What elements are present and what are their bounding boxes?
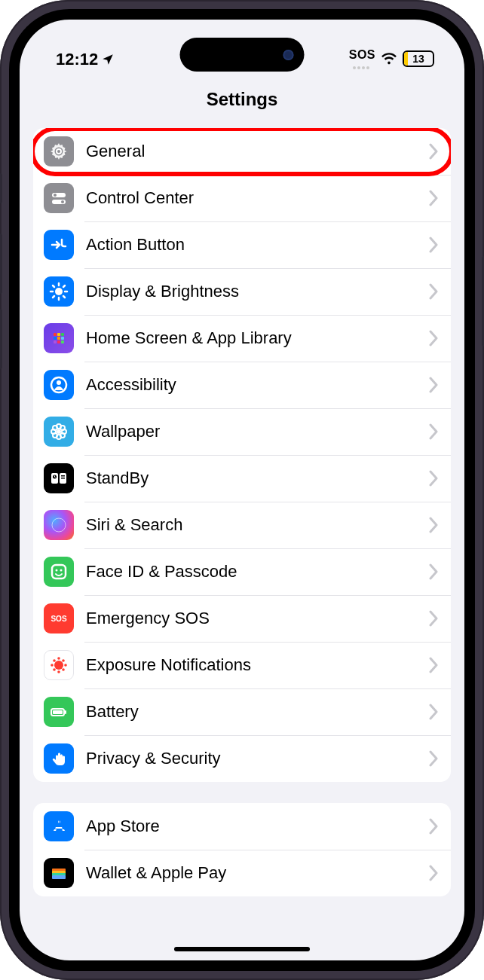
settings-row-exposure[interactable]: Exposure Notifications <box>33 642 451 688</box>
row-label: Emergency SOS <box>86 609 428 628</box>
row-label: App Store <box>86 817 428 836</box>
chevron-right-icon <box>428 190 439 206</box>
settings-row-action-button[interactable]: Action Button <box>33 221 451 268</box>
row-label: Privacy & Security <box>86 749 428 768</box>
screen: 12:12 SOS 13 Settings GeneralControl <box>20 20 464 960</box>
chevron-right-icon <box>428 563 439 580</box>
row-label: Action Button <box>86 235 428 255</box>
chevron-right-icon <box>428 470 439 487</box>
settings-row-display[interactable]: Display & Brightness <box>33 268 451 315</box>
front-camera <box>283 50 294 60</box>
settings-row-control-center[interactable]: Control Center <box>33 175 451 221</box>
cellular-dots-icon <box>353 66 369 69</box>
sos-icon <box>44 603 74 633</box>
settings-row-faceid[interactable]: Face ID & Passcode <box>33 548 451 595</box>
device-frame: 12:12 SOS 13 Settings GeneralControl <box>0 0 484 980</box>
row-label: Battery <box>86 702 428 722</box>
chevron-right-icon <box>428 610 439 627</box>
battery-indicator: 13 <box>403 50 434 67</box>
volume-down-button <box>0 309 2 369</box>
settings-row-wallpaper[interactable]: Wallpaper <box>33 408 451 455</box>
settings-row-standby[interactable]: StandBy <box>33 455 451 502</box>
page-title: Settings <box>20 72 464 122</box>
status-time: 12:12 <box>56 50 98 69</box>
row-label: General <box>86 142 428 161</box>
dynamic-island <box>180 38 305 72</box>
chevron-right-icon <box>428 657 439 673</box>
gear-icon <box>44 136 74 166</box>
chevron-right-icon <box>428 377 439 393</box>
volume-up-button <box>0 234 2 294</box>
settings-row-homescreen[interactable]: Home Screen & App Library <box>33 315 451 362</box>
bezel: 12:12 SOS 13 Settings GeneralControl <box>9 9 475 971</box>
settings-row-general[interactable]: General <box>33 128 451 175</box>
chevron-right-icon <box>428 330 439 347</box>
settings-row-appstore[interactable]: App Store <box>33 803 451 850</box>
settings-list[interactable]: GeneralControl CenterAction ButtonDispla… <box>20 122 464 942</box>
home-indicator[interactable] <box>174 947 310 951</box>
chevron-right-icon <box>428 423 439 440</box>
chevron-right-icon <box>428 704 439 720</box>
settings-row-battery[interactable]: Battery <box>33 688 451 735</box>
settings-row-accessibility[interactable]: Accessibility <box>33 362 451 408</box>
row-label: Control Center <box>86 188 428 208</box>
row-label: Siri & Search <box>86 515 428 535</box>
status-right: SOS 13 <box>349 48 434 69</box>
virus-icon <box>44 650 74 680</box>
settings-row-wallet[interactable]: Wallet & Apple Pay <box>33 850 451 896</box>
siri-icon <box>44 510 74 540</box>
row-label: StandBy <box>86 469 428 488</box>
hand-icon <box>44 743 74 774</box>
settings-row-privacy[interactable]: Privacy & Security <box>33 735 451 782</box>
wifi-icon <box>381 52 397 66</box>
chevron-right-icon <box>428 143 439 160</box>
wallet-icon <box>44 858 74 888</box>
row-label: Display & Brightness <box>86 282 428 301</box>
person-circle-icon <box>44 370 74 400</box>
battery-icon <box>44 697 74 727</box>
row-label: Wallpaper <box>86 422 428 441</box>
chevron-right-icon <box>428 818 439 835</box>
settings-group: GeneralControl CenterAction ButtonDispla… <box>33 128 451 782</box>
chevron-right-icon <box>428 865 439 881</box>
action-icon <box>44 230 74 260</box>
location-icon <box>101 53 115 66</box>
chevron-right-icon <box>428 283 439 300</box>
chevron-right-icon <box>428 237 439 253</box>
battery-fill <box>404 52 408 66</box>
appstore-icon <box>44 811 74 841</box>
face-icon <box>44 557 74 587</box>
status-sos: SOS <box>349 48 375 62</box>
clock-card-icon <box>44 463 74 493</box>
status-left: 12:12 <box>56 50 115 69</box>
grid-icon <box>44 323 74 353</box>
row-label: Home Screen & App Library <box>86 328 428 348</box>
chevron-right-icon <box>428 750 439 767</box>
flower-icon <box>44 417 74 447</box>
row-label: Face ID & Passcode <box>86 562 428 582</box>
row-label: Accessibility <box>86 375 428 395</box>
row-label: Exposure Notifications <box>86 655 428 675</box>
settings-group: App StoreWallet & Apple Pay <box>33 803 451 896</box>
battery-percent: 13 <box>412 53 424 65</box>
sun-icon <box>44 276 74 307</box>
settings-row-siri[interactable]: Siri & Search <box>33 502 451 548</box>
chevron-right-icon <box>428 517 439 533</box>
switches-icon <box>44 183 74 213</box>
row-label: Wallet & Apple Pay <box>86 863 428 883</box>
mute-switch <box>0 173 2 203</box>
settings-row-emergency[interactable]: Emergency SOS <box>33 595 451 642</box>
